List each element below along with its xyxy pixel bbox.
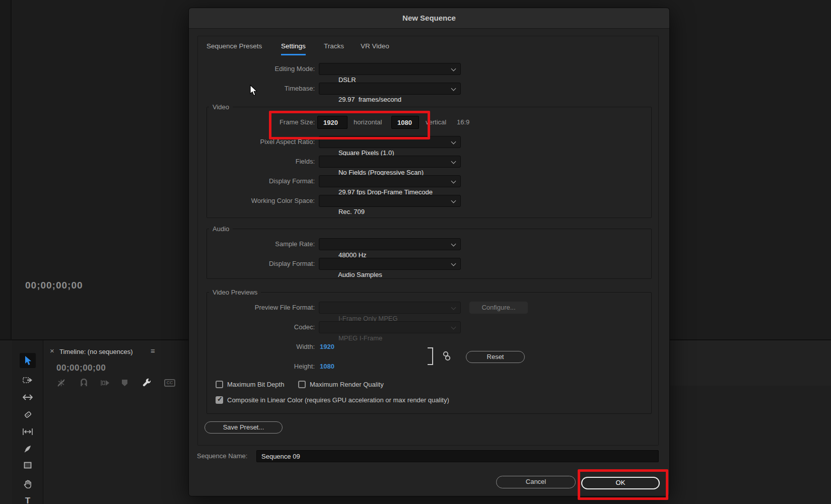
preview-height-label: Height:	[198, 361, 315, 373]
timeline-panel-title: Timeline: (no sequences)	[59, 348, 132, 355]
preview-width-value[interactable]: 1920	[320, 341, 334, 353]
sample-rate-row: Sample Rate: 48000 Hz	[198, 238, 658, 250]
closed-captions-icon[interactable]: CC	[164, 378, 176, 388]
audio-display-format-label: Display Format:	[198, 258, 315, 270]
chevron-down-icon	[451, 198, 456, 203]
audio-display-format-row: Display Format: Audio Samples	[198, 258, 658, 270]
working-color-space-value: Rec. 709	[338, 208, 365, 215]
audio-display-format-select[interactable]: Audio Samples	[319, 258, 461, 270]
fields-select[interactable]: No Fields (Progressive Scan)	[319, 156, 461, 168]
timeline-timecode: 00;00;00;00	[56, 363, 106, 373]
right-panel-band	[670, 340, 831, 386]
rectangle-tool[interactable]	[20, 458, 36, 473]
type-tool-glyph: T	[25, 496, 30, 504]
fields-row: Fields: No Fields (Progressive Scan)	[198, 156, 658, 168]
sequence-name-label: Sequence Name:	[197, 450, 252, 462]
slip-tool[interactable]	[20, 424, 36, 439]
editing-mode-label: Editing Mode:	[198, 63, 315, 75]
timebase-label: Timebase:	[198, 83, 315, 95]
pixel-aspect-ratio-select[interactable]: Square Pixels (1.0)	[319, 136, 461, 148]
ok-button[interactable]: OK	[581, 477, 660, 489]
pixel-aspect-ratio-row: Pixel Aspect Ratio: Square Pixels (1.0)	[198, 136, 658, 148]
settings-panel: Video Audio Video Previews Editing Mode:…	[197, 36, 659, 446]
max-bit-depth-label: Maximum Bit Depth	[227, 380, 284, 389]
link-width-height-icon[interactable]	[443, 350, 451, 362]
chevron-down-icon	[451, 86, 456, 91]
codec-row: Codec: MPEG I-Frame	[198, 321, 658, 333]
video-display-format-label: Display Format:	[198, 175, 315, 187]
chevron-down-icon	[451, 305, 456, 310]
sample-rate-select[interactable]: 48000 Hz	[319, 238, 461, 250]
insert-overwrite-nest-icon[interactable]	[55, 378, 66, 388]
editing-mode-row: Editing Mode: DSLR	[198, 63, 658, 75]
composite-linear-label: Composite in Linear Color (requires GPU …	[227, 396, 449, 404]
pixel-aspect-ratio-label: Pixel Aspect Ratio:	[198, 136, 315, 148]
frame-size-label: Frame Size:	[198, 116, 315, 128]
save-preset-button[interactable]: Save Preset...	[204, 421, 283, 434]
razor-tool[interactable]	[20, 407, 36, 422]
timebase-row: Timebase: 29.97 frames/second	[198, 83, 658, 95]
chevron-down-icon	[451, 242, 456, 247]
video-display-format-row: Display Format: 29.97 fps Drop-Frame Tim…	[198, 175, 658, 187]
ripple-edit-tool[interactable]	[20, 390, 36, 405]
max-bit-depth-checkbox[interactable]	[216, 381, 223, 388]
composite-linear-checkbox[interactable]	[216, 396, 223, 404]
cancel-button[interactable]: Cancel	[496, 476, 576, 488]
audio-display-format-value: Audio Samples	[338, 271, 382, 278]
video-previews-group-label: Video Previews	[209, 289, 261, 296]
reset-button[interactable]: Reset	[466, 351, 525, 363]
frame-height-input[interactable]	[391, 116, 419, 129]
chevron-down-icon	[451, 66, 456, 71]
frame-width-input[interactable]	[317, 116, 348, 129]
configure-button[interactable]: Configure...	[469, 302, 528, 314]
preview-file-format-row: Preview File Format: I-Frame Only MPEG C…	[198, 302, 658, 314]
pen-tool[interactable]	[20, 441, 36, 456]
chevron-down-icon	[451, 325, 456, 330]
add-marker-icon[interactable]	[120, 378, 129, 388]
tools-panel: T	[12, 340, 43, 504]
frame-size-row: Frame Size: horizontal vertical 16:9	[198, 116, 658, 128]
hand-tool[interactable]	[20, 476, 36, 491]
horizontal-label: horizontal	[354, 116, 382, 128]
type-tool[interactable]: T	[20, 493, 36, 504]
selection-tool[interactable]	[20, 353, 36, 368]
working-color-space-select[interactable]: Rec. 709	[319, 195, 461, 207]
preview-width-label: Width:	[198, 341, 315, 353]
max-render-quality-checkbox[interactable]	[298, 381, 306, 388]
dialog-title: New Sequence	[402, 14, 456, 22]
aspect-ratio-value: 16:9	[457, 116, 469, 128]
width-height-bracket	[428, 347, 433, 365]
linked-selection-icon[interactable]	[99, 378, 111, 388]
vertical-label: vertical	[426, 116, 446, 128]
preview-file-format-select: I-Frame Only MPEG	[319, 302, 461, 314]
fields-label: Fields:	[198, 156, 315, 168]
chevron-down-icon	[451, 159, 456, 164]
track-select-forward-tool[interactable]	[20, 373, 36, 388]
timeline-settings-wrench-icon[interactable]	[141, 378, 154, 388]
working-color-space-row: Working Color Space: Rec. 709	[198, 195, 658, 207]
audio-group: Audio	[206, 229, 652, 279]
working-color-space-label: Working Color Space:	[198, 195, 315, 207]
sample-rate-label: Sample Rate:	[198, 238, 315, 250]
preview-height-value[interactable]: 1080	[320, 361, 334, 373]
audio-group-label: Audio	[209, 225, 233, 233]
timebase-value: 29.97 frames/second	[338, 96, 401, 103]
timeline-close-icon[interactable]: ×	[50, 346, 54, 355]
video-group-label: Video	[209, 103, 233, 111]
monitor-timecode: 00;00;00;00	[25, 280, 83, 291]
timebase-select[interactable]: 29.97 frames/second	[319, 83, 461, 95]
timeline-panel-menu-icon[interactable]: ≡	[151, 346, 155, 355]
cc-glyph: CC	[164, 379, 175, 387]
editing-mode-select[interactable]: DSLR	[319, 63, 461, 75]
bit-depth-row: Maximum Bit Depth Maximum Render Quality	[198, 380, 658, 389]
video-display-format-select[interactable]: 29.97 fps Drop-Frame Timecode	[319, 175, 461, 187]
preview-file-format-label: Preview File Format:	[198, 302, 315, 314]
composite-linear-row: Composite in Linear Color (requires GPU …	[198, 396, 658, 404]
codec-label: Codec:	[198, 321, 315, 333]
chevron-down-icon	[451, 261, 456, 266]
chevron-down-icon	[451, 179, 456, 184]
sequence-name-input[interactable]	[256, 450, 659, 462]
snap-icon[interactable]	[78, 378, 89, 388]
dialog-titlebar[interactable]: New Sequence	[189, 8, 669, 29]
max-render-quality-label: Maximum Render Quality	[310, 380, 384, 389]
